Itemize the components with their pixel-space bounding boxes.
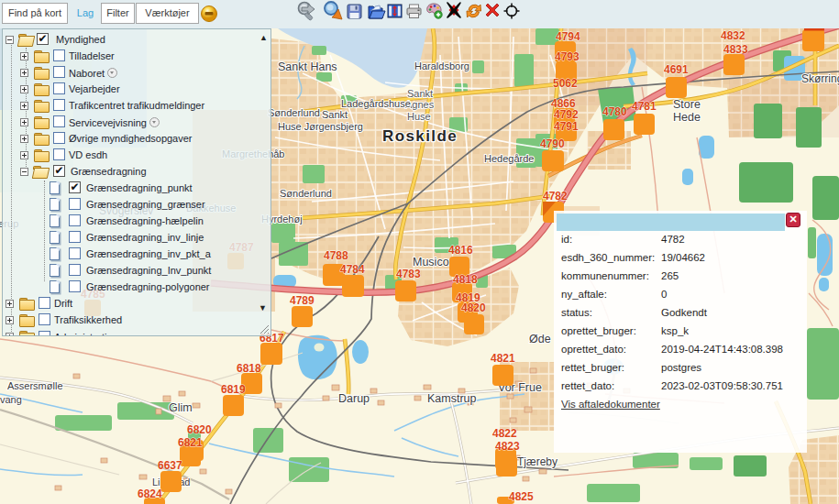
svg-text:4784: 4784: [340, 263, 365, 276]
svg-text:Store: Store: [673, 98, 701, 111]
svg-text:Musicon: Musicon: [413, 256, 456, 268]
svg-text:Roskilde: Roskilde: [382, 127, 458, 145]
svg-text:Sønderlund: Sønderlund: [280, 188, 332, 199]
svg-text:4825: 4825: [509, 490, 534, 503]
svg-text:Assersmølle: Assersmølle: [7, 380, 63, 391]
svg-text:4788: 4788: [324, 249, 348, 262]
svg-text:4780: 4780: [602, 105, 627, 118]
svg-text:Sankt: Sankt: [322, 109, 348, 120]
svg-text:4790: 4790: [540, 137, 565, 150]
svg-text:Skørringe: Skørringe: [801, 72, 839, 85]
svg-text:4818: 4818: [453, 273, 478, 286]
svg-text:Øde: Øde: [529, 333, 551, 345]
svg-text:4691: 4691: [664, 63, 689, 76]
svg-text:Huse: Huse: [407, 111, 431, 122]
svg-text:4820: 4820: [461, 301, 486, 314]
svg-text:4821: 4821: [491, 352, 515, 365]
svg-text:Glim: Glim: [169, 401, 193, 414]
svg-text:Tjæreby: Tjæreby: [517, 455, 557, 468]
svg-text:4793: 4793: [555, 50, 580, 63]
svg-text:Kamstrup: Kamstrup: [427, 392, 477, 405]
svg-text:6820: 6820: [187, 423, 212, 436]
svg-text:vang: vang: [0, 394, 22, 405]
svg-text:Sønderlund: Sønderlund: [268, 107, 320, 118]
svg-text:6637: 6637: [158, 459, 182, 472]
svg-text:Hede: Hede: [673, 111, 701, 124]
svg-text:4791: 4791: [554, 120, 579, 133]
svg-text:4783: 4783: [396, 268, 421, 280]
svg-text:4832: 4832: [721, 29, 745, 42]
svg-text:6824: 6824: [138, 488, 162, 500]
svg-text:4822: 4822: [492, 427, 517, 440]
svg-text:6821: 6821: [178, 436, 203, 449]
svg-text:Sankt Hans: Sankt Hans: [278, 60, 337, 73]
svg-text:4833: 4833: [723, 43, 748, 56]
svg-text:Haraldsborg: Haraldsborg: [414, 60, 469, 71]
svg-text:4792: 4792: [554, 108, 579, 121]
svg-text:Ladegårdshuse: Ladegårdshuse: [341, 98, 411, 109]
svg-text:Sankt: Sankt: [407, 88, 433, 99]
svg-text:4816: 4816: [448, 244, 473, 257]
svg-text:Darup: Darup: [338, 392, 370, 405]
svg-text:Huse Jørgensbjerg: Huse Jørgensbjerg: [278, 121, 363, 132]
svg-text:6818: 6818: [237, 362, 261, 375]
svg-text:Hedegårde: Hedegårde: [484, 153, 534, 164]
svg-text:4789: 4789: [290, 294, 315, 307]
svg-text:4823: 4823: [495, 440, 520, 453]
svg-text:4781: 4781: [632, 100, 657, 113]
svg-text:5062: 5062: [553, 77, 578, 90]
svg-text:4794: 4794: [556, 30, 580, 43]
svg-text:6819: 6819: [221, 383, 246, 396]
svg-text:4782: 4782: [543, 190, 568, 203]
